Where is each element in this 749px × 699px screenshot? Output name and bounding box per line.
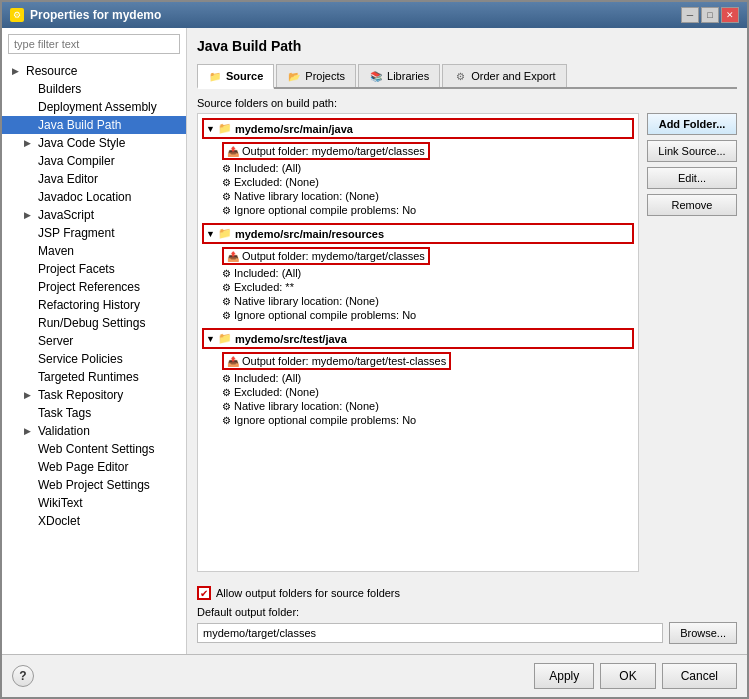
sidebar-item-label: Deployment Assembly	[38, 100, 157, 114]
sidebar-item-server[interactable]: Server	[2, 332, 186, 350]
sidebar-item-web-page-editor[interactable]: Web Page Editor	[2, 458, 186, 476]
apply-button[interactable]: Apply	[534, 663, 594, 689]
tab-order-export[interactable]: ⚙ Order and Export	[442, 64, 566, 87]
excluded-label: Excluded: **	[234, 281, 294, 293]
source-group-path: mydemo/src/main/java	[235, 123, 353, 135]
main-panel: Java Build Path 📁 Source 📂 Projects 📚 Li…	[187, 28, 747, 654]
footer-right: Apply OK Cancel	[534, 663, 737, 689]
source-child: 📤 Output folder: mydemo/target/classes	[202, 141, 634, 161]
link-source-button[interactable]: Link Source...	[647, 140, 737, 162]
close-button[interactable]: ✕	[721, 7, 739, 23]
output-folder-highlighted: 📤 Output folder: mydemo/target/classes	[222, 247, 430, 265]
sidebar-item-task-tags[interactable]: Task Tags	[2, 404, 186, 422]
source-child: ⚙ Native library location: (None)	[202, 294, 634, 308]
ignore-icon: ⚙	[222, 415, 231, 426]
sidebar-item-wikitext[interactable]: WikiText	[2, 494, 186, 512]
sidebar-item-validation[interactable]: ▶ Validation	[2, 422, 186, 440]
content-area: ▶ Resource Builders Deployment Assembly …	[2, 28, 747, 654]
sidebar-item-run-debug-settings[interactable]: Run/Debug Settings	[2, 314, 186, 332]
sidebar-item-label: Server	[38, 334, 73, 348]
included-label: Included: (All)	[234, 267, 301, 279]
edit-button[interactable]: Edit...	[647, 167, 737, 189]
source-group-1: ▼ 📁 mydemo/src/main/java 📤 Output folder…	[202, 118, 634, 217]
default-output-input[interactable]	[197, 623, 663, 643]
dialog-icon: ⚙	[10, 8, 24, 22]
tab-projects-label: Projects	[305, 70, 345, 82]
sidebar-item-maven[interactable]: Maven	[2, 242, 186, 260]
sidebar-item-label: Service Policies	[38, 352, 123, 366]
native-icon: ⚙	[222, 296, 231, 307]
sidebar-item-task-repository[interactable]: ▶ Task Repository	[2, 386, 186, 404]
included-label: Included: (All)	[234, 162, 301, 174]
cancel-button[interactable]: Cancel	[662, 663, 737, 689]
source-child: ⚙ Ignore optional compile problems: No	[202, 413, 634, 427]
sidebar-item-label: Web Page Editor	[38, 460, 129, 474]
output-folder-label: Output folder: mydemo/target/test-classe…	[242, 355, 446, 367]
title-bar-left: ⚙ Properties for mydemo	[10, 8, 161, 22]
minimize-button[interactable]: ─	[681, 7, 699, 23]
sidebar-item-service-policies[interactable]: Service Policies	[2, 350, 186, 368]
native-icon: ⚙	[222, 401, 231, 412]
native-label: Native library location: (None)	[234, 295, 379, 307]
sidebar-item-java-build-path[interactable]: Java Build Path	[2, 116, 186, 134]
page-title: Java Build Path	[197, 38, 737, 54]
sidebar-item-label: Maven	[38, 244, 74, 258]
allow-output-folders-checkbox[interactable]: ✔	[197, 586, 211, 600]
output-folder-label: Output folder: mydemo/target/classes	[242, 250, 425, 262]
sidebar-item-project-facets[interactable]: Project Facets	[2, 260, 186, 278]
sidebar-item-javascript[interactable]: ▶ JavaScript	[2, 206, 186, 224]
sidebar-item-xdoclet[interactable]: XDoclet	[2, 512, 186, 530]
sidebar-item-label: Refactoring History	[38, 298, 140, 312]
ignore-label: Ignore optional compile problems: No	[234, 309, 416, 321]
sidebar-item-label: Task Tags	[38, 406, 91, 420]
sidebar-item-builders[interactable]: Builders	[2, 80, 186, 98]
ok-button[interactable]: OK	[600, 663, 655, 689]
sidebar-item-targeted-runtimes[interactable]: Targeted Runtimes	[2, 368, 186, 386]
maximize-button[interactable]: □	[701, 7, 719, 23]
help-button[interactable]: ?	[12, 665, 34, 687]
sidebar-item-web-project-settings[interactable]: Web Project Settings	[2, 476, 186, 494]
sidebar-item-java-editor[interactable]: Java Editor	[2, 170, 186, 188]
source-child: ⚙ Ignore optional compile problems: No	[202, 203, 634, 217]
folder-icon: 📁	[208, 69, 222, 83]
filter-input[interactable]	[8, 34, 180, 54]
checkbox-row: ✔ Allow output folders for source folder…	[197, 586, 737, 600]
source-child: 📤 Output folder: mydemo/target/test-clas…	[202, 351, 634, 371]
native-icon: ⚙	[222, 191, 231, 202]
excluded-icon: ⚙	[222, 177, 231, 188]
sidebar-item-javadoc-location[interactable]: Javadoc Location	[2, 188, 186, 206]
sidebar-item-java-code-style[interactable]: ▶ Java Code Style	[2, 134, 186, 152]
add-folder-button[interactable]: Add Folder...	[647, 113, 737, 135]
source-group-path: mydemo/src/test/java	[235, 333, 347, 345]
sidebar-item-java-compiler[interactable]: Java Compiler	[2, 152, 186, 170]
sidebar-item-resource[interactable]: ▶ Resource	[2, 62, 186, 80]
projects-icon: 📂	[287, 69, 301, 83]
source-group-header-2[interactable]: ▼ 📁 mydemo/src/main/resources	[202, 223, 634, 244]
tab-projects[interactable]: 📂 Projects	[276, 64, 356, 87]
output-folder-highlighted: 📤 Output folder: mydemo/target/classes	[222, 142, 430, 160]
footer-left: ?	[12, 665, 34, 687]
sidebar-item-label: Resource	[26, 64, 77, 78]
output-icon: 📤	[227, 251, 239, 262]
sidebar-item-web-content-settings[interactable]: Web Content Settings	[2, 440, 186, 458]
tab-source[interactable]: 📁 Source	[197, 64, 274, 89]
sidebar-tree: ▶ Resource Builders Deployment Assembly …	[2, 60, 186, 654]
sidebar-item-label: Validation	[38, 424, 90, 438]
output-folder-label: Output folder: mydemo/target/classes	[242, 145, 425, 157]
sidebar-item-label: Java Code Style	[38, 136, 125, 150]
sidebar-item-deployment-assembly[interactable]: Deployment Assembly	[2, 98, 186, 116]
tab-libraries[interactable]: 📚 Libraries	[358, 64, 440, 87]
native-label: Native library location: (None)	[234, 400, 379, 412]
included-icon: ⚙	[222, 268, 231, 279]
source-group-header-1[interactable]: ▼ 📁 mydemo/src/main/java	[202, 118, 634, 139]
source-child: ⚙ Native library location: (None)	[202, 399, 634, 413]
browse-button[interactable]: Browse...	[669, 622, 737, 644]
excluded-label: Excluded: (None)	[234, 176, 319, 188]
source-group-header-3[interactable]: ▼ 📁 mydemo/src/test/java	[202, 328, 634, 349]
source-label: Source folders on build path:	[197, 97, 737, 109]
sidebar-item-refactoring-history[interactable]: Refactoring History	[2, 296, 186, 314]
source-child: ⚙ Included: (All)	[202, 161, 634, 175]
sidebar-item-jsp-fragment[interactable]: JSP Fragment	[2, 224, 186, 242]
sidebar-item-project-references[interactable]: Project References	[2, 278, 186, 296]
remove-button[interactable]: Remove	[647, 194, 737, 216]
